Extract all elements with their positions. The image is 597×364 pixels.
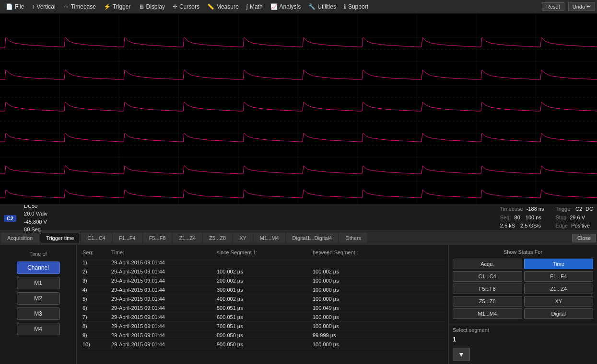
middle-column: Seg: Time: since Segment 1: between Segm… (77, 245, 448, 364)
close-button[interactable]: Close (572, 234, 596, 242)
table-row: 4) 29-April-2015 09:01:44 300.001 µs 100… (81, 285, 445, 295)
row-time: 29-April-2015 09:01:44 (109, 332, 215, 339)
cursors-icon: ✛ (173, 3, 177, 10)
m1-button[interactable]: M1 (17, 277, 60, 289)
row-seg: 10) (81, 341, 109, 348)
row-between: 100.000 µs (311, 277, 407, 284)
show-status-label: Show Status For (453, 249, 593, 255)
table-row: 5) 29-April-2015 09:01:44 400.002 µs 100… (81, 295, 445, 304)
segment-control: Select segment 1 ▼ Others (449, 323, 597, 364)
menu-support[interactable]: ℹ Support (340, 2, 372, 11)
xy-btn[interactable]: XY (524, 296, 594, 307)
trigger-block: Trigger C2 DC Stop 29.6 V Edge Positive (555, 205, 593, 230)
table-row: 10) 29-April-2015 09:01:44 900.050 µs 10… (81, 340, 445, 349)
m3-button[interactable]: M3 (17, 307, 60, 320)
z1z4-btn[interactable]: Z1...Z4 (524, 284, 594, 294)
header-time: Time: (109, 249, 215, 256)
header-between: between Segment : (311, 249, 407, 256)
row-time: 29-April-2015 09:01:44 (109, 341, 215, 348)
row-since: 300.001 µs (215, 286, 311, 293)
timebase-icon: ↔ (63, 3, 69, 10)
main-panel: Time of Channel M1 M2 M3 M4 Seg: Time: s… (0, 245, 597, 364)
z5z8-btn[interactable]: Z5...Z8 (453, 296, 522, 307)
undo-button[interactable]: Undo ↩ (568, 2, 595, 11)
row-since (215, 259, 311, 266)
m4-button[interactable]: M4 (17, 323, 60, 335)
row-time: 29-April-2015 09:01:44 (109, 259, 215, 266)
row-since: 600.051 µs (215, 314, 311, 320)
channel-button[interactable]: Channel (17, 262, 60, 274)
tab-digital1digital4[interactable]: Digital1...Digital4 (286, 233, 339, 243)
menu-vertical[interactable]: ↕ Vertical (28, 2, 59, 11)
menu-analysis[interactable]: 📈 Analysis (267, 2, 305, 11)
menu-trigger[interactable]: ⚡ Trigger (100, 2, 135, 11)
tab-f1f4[interactable]: F1...F4 (113, 233, 142, 243)
row-since: 900.050 µs (215, 341, 311, 348)
undo-icon: ↩ (586, 3, 591, 10)
row-since: 500.051 µs (215, 305, 311, 311)
tab-c1c4[interactable]: C1...C4 (81, 233, 111, 243)
row-time: 29-April-2015 09:01:44 (109, 268, 215, 275)
tab-z5z8[interactable]: Z5...Z8 (203, 233, 232, 243)
row-since: 700.051 µs (215, 323, 311, 330)
digital-btn[interactable]: Digital (524, 308, 594, 319)
row-since: 800.050 µs (215, 332, 311, 339)
table-row: 7) 29-April-2015 09:01:44 600.051 µs 100… (81, 313, 445, 322)
left-column: Time of Channel M1 M2 M3 M4 (0, 245, 77, 364)
row-between: 100.000 µs (311, 323, 407, 330)
row-seg: 2) (81, 268, 109, 275)
row-seg: 1) (81, 259, 109, 266)
tab-m1m4[interactable]: M1...M4 (254, 233, 285, 243)
channel-badge: C2 (4, 215, 16, 222)
tab-xy[interactable]: XY (233, 233, 253, 243)
menu-measure[interactable]: 📏 Measure (203, 2, 243, 11)
acqu-btn[interactable]: Acqu. (453, 259, 522, 269)
row-since: 100.002 µs (215, 268, 311, 275)
menu-timebase[interactable]: ↔ Timebase (59, 2, 100, 11)
f1f4-btn[interactable]: F1...F4 (524, 271, 594, 282)
status-bar: C2 DC50 20.0 V/div -45.800 V 80 Seg Time… (0, 205, 597, 231)
segment-value: 1 (453, 336, 593, 343)
vertical-icon: ↕ (32, 3, 35, 10)
menu-display[interactable]: 🖥 Display (135, 2, 169, 11)
row-time: 29-April-2015 09:01:44 (109, 286, 215, 293)
math-icon: ∫ (246, 3, 248, 10)
row-seg: 5) (81, 296, 109, 302)
utilities-icon: 🔧 (308, 3, 316, 10)
row-seg: 6) (81, 305, 109, 311)
header-since: since Segment 1: (215, 249, 311, 256)
analysis-icon: 📈 (270, 3, 278, 10)
waveform-svg (0, 13, 597, 205)
measure-icon: 📏 (207, 3, 214, 10)
menu-file[interactable]: 📄 File (2, 2, 28, 11)
file-icon: 📄 (6, 3, 13, 10)
tab-acquisition[interactable]: Acquisition (1, 233, 39, 243)
menu-math[interactable]: ∫ Math (243, 2, 267, 11)
tab-trigger-time[interactable]: Trigger time (40, 233, 80, 243)
row-between: 100.000 µs (311, 314, 407, 320)
m1m4-btn[interactable]: M1...M4 (453, 308, 522, 319)
segment-down-button[interactable]: ▼ (453, 348, 470, 361)
m2-button[interactable]: M2 (17, 292, 60, 305)
row-between (311, 259, 407, 266)
trigger-icon: ⚡ (104, 3, 111, 10)
row-time: 29-April-2015 09:01:44 (109, 314, 215, 320)
row-since: 400.002 µs (215, 296, 311, 302)
row-seg: 3) (81, 277, 109, 284)
tab-z1z4[interactable]: Z1...Z4 (173, 233, 202, 243)
tab-others[interactable]: Others (339, 233, 367, 243)
time-btn[interactable]: Time (524, 259, 594, 269)
row-time: 29-April-2015 09:01:44 (109, 296, 215, 302)
menu-cursors[interactable]: ✛ Cursors (169, 2, 203, 11)
row-time: 29-April-2015 09:01:44 (109, 323, 215, 330)
f5f8-btn[interactable]: F5...F8 (453, 284, 522, 294)
tab-f5f8[interactable]: F5...F8 (143, 233, 172, 243)
reset-button[interactable]: Reset (542, 2, 564, 11)
c1c4-btn[interactable]: C1...C4 (453, 271, 522, 282)
support-icon: ℹ (344, 3, 346, 10)
menu-utilities[interactable]: 🔧 Utilities (304, 2, 340, 11)
table-row: 2) 29-April-2015 09:01:44 100.002 µs 100… (81, 267, 445, 276)
row-between: 100.049 µs (311, 305, 407, 311)
table-row: 3) 29-April-2015 09:01:44 200.002 µs 100… (81, 276, 445, 285)
row-seg: 8) (81, 323, 109, 330)
